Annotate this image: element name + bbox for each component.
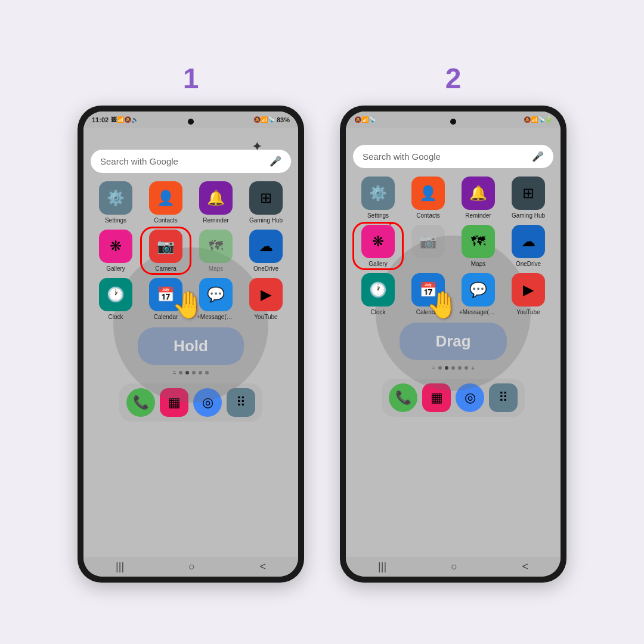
settings-icon: ⚙️ bbox=[99, 181, 132, 215]
app-contacts-2[interactable]: 👤 Contacts bbox=[405, 177, 451, 219]
gallery-icon: ❋ bbox=[99, 230, 132, 263]
app-youtube-1[interactable]: ▶ YouTube bbox=[243, 278, 289, 320]
phone-1-screen: 11:02 🖼📶🔕🔊 🔕📶📡 83% ✦ Search with Google … bbox=[83, 112, 298, 577]
screen-content-2: Search with Google 🎤 ⚙️ Settings 👤 bbox=[346, 128, 561, 557]
maps-label: Maps bbox=[209, 265, 223, 272]
nav-recent-2[interactable]: ||| bbox=[378, 561, 386, 573]
gaminghub-label: Gaming Hub bbox=[249, 217, 283, 224]
apps-row1-1: ⚙️ Settings 👤 Contacts 🔔 Reminder ⊞ bbox=[91, 181, 291, 224]
app-clock-1[interactable]: 🕐 Clock bbox=[93, 278, 138, 320]
dock-apps-2[interactable]: ⠿ bbox=[489, 383, 518, 412]
settings-label: Settings bbox=[105, 217, 126, 224]
phone-2: 🔕📶📡 🔕📶📡🔋 Search with Google 🎤 bbox=[340, 106, 566, 583]
app-maps-2[interactable]: 🗺 Maps bbox=[456, 225, 501, 267]
camera-label: Camera bbox=[155, 265, 177, 272]
clock-label: Clock bbox=[108, 314, 123, 320]
clock-icon-2: 🕐 bbox=[361, 273, 395, 306]
phone-1: 11:02 🖼📶🔕🔊 🔕📶📡 83% ✦ Search with Google … bbox=[78, 106, 304, 583]
app-camera-1[interactable]: 📷 Camera bbox=[143, 230, 188, 272]
message-label-2: +Message(SM... bbox=[459, 309, 497, 315]
app-settings-1[interactable]: ⚙️ Settings bbox=[93, 181, 138, 224]
screen-content-1: ✦ Search with Google 🎤 ✦ ⚙️ Sett bbox=[83, 128, 298, 557]
contacts-label: Contacts bbox=[154, 217, 177, 224]
mic-icon-2[interactable]: 🎤 bbox=[532, 151, 544, 162]
status-icons-1: 🔕📶📡 83% bbox=[253, 116, 290, 123]
sparkle-1: ✦ bbox=[252, 139, 262, 154]
nav-bar-1: ||| ○ < bbox=[83, 557, 298, 577]
hand-cursor-2: 🤚 bbox=[426, 289, 459, 320]
nav-home-1[interactable]: ○ bbox=[188, 561, 195, 573]
apps-row2-2: ← ❋ Gallery 📷 🗺 Maps bbox=[353, 225, 553, 267]
onedrive-icon-2: ☁ bbox=[512, 225, 545, 258]
onedrive-label: OneDrive bbox=[253, 265, 278, 272]
nav-back-2[interactable]: < bbox=[522, 561, 528, 573]
app-maps-1[interactable]: 🗺 Maps bbox=[193, 230, 239, 272]
status-time-1: 11:02 🖼📶🔕🔊 bbox=[92, 116, 138, 123]
app-message-2[interactable]: 💬 +Message(SM... bbox=[456, 273, 501, 315]
app-camera-ghost-2: 📷 bbox=[405, 225, 451, 267]
apps-row1-2: ⚙️ Settings 👤 Contacts 🔔 Reminder ⊞ bbox=[353, 177, 553, 219]
phone-2-screen: 🔕📶📡 🔕📶📡🔋 Search with Google 🎤 bbox=[346, 112, 561, 577]
reminder-icon-2: 🔔 bbox=[462, 177, 495, 210]
mic-icon-1[interactable]: 🎤 bbox=[270, 156, 281, 167]
app-reminder-2[interactable]: 🔔 Reminder bbox=[456, 177, 501, 219]
app-onedrive-1[interactable]: ☁ OneDrive bbox=[243, 230, 289, 272]
dock-phone-1[interactable]: 📞 bbox=[126, 388, 155, 417]
reminder-icon: 🔔 bbox=[199, 181, 233, 215]
step-2-container: 2 🔕📶📡 🔕📶📡🔋 Search with Google 🎤 bbox=[340, 62, 566, 583]
app-gaminghub-2[interactable]: ⊞ Gaming Hub bbox=[506, 177, 551, 219]
clock-label-2: Clock bbox=[370, 309, 385, 315]
camera-icon: 📷 bbox=[149, 230, 182, 263]
arrow-indicator: ← bbox=[386, 214, 401, 233]
gaminghub-icon: ⊞ bbox=[249, 181, 283, 215]
search-bar-2[interactable]: Search with Google 🎤 bbox=[353, 145, 553, 168]
status-time-2: 🔕📶📡 bbox=[354, 116, 376, 123]
apps-row2-1: ❋ Gallery 📷 Camera 🗺 Maps ☁ bbox=[91, 230, 291, 272]
camera-dot-1 bbox=[188, 119, 194, 125]
dock-phone-2[interactable]: 📞 bbox=[389, 383, 417, 412]
nav-back-1[interactable]: < bbox=[259, 561, 266, 573]
maps-icon-2: 🗺 bbox=[462, 225, 495, 258]
gallery-label-2: Gallery bbox=[369, 261, 388, 267]
clock-icon: 🕐 bbox=[99, 278, 132, 311]
step-2-number: 2 bbox=[445, 62, 462, 95]
app-contacts-1[interactable]: 👤 Contacts bbox=[143, 181, 188, 224]
reminder-label: Reminder bbox=[203, 217, 228, 224]
contacts-icon: 👤 bbox=[149, 181, 182, 215]
message-icon-2: 💬 bbox=[462, 273, 495, 306]
nav-recent-1[interactable]: ||| bbox=[116, 561, 124, 573]
app-youtube-2[interactable]: ▶ YouTube bbox=[506, 273, 551, 315]
step-1-number: 1 bbox=[183, 62, 199, 95]
camera-dot-2 bbox=[450, 119, 456, 125]
settings-icon-2: ⚙️ bbox=[361, 177, 395, 210]
gallery-label: Gallery bbox=[106, 265, 125, 272]
youtube-icon: ▶ bbox=[249, 278, 283, 311]
dock-apps-1[interactable]: ⠿ bbox=[227, 388, 255, 417]
gaminghub-label-2: Gaming Hub bbox=[512, 212, 545, 219]
gaminghub-icon-2: ⊞ bbox=[512, 177, 545, 210]
contacts-icon-2: 👤 bbox=[411, 177, 445, 210]
onedrive-label-2: OneDrive bbox=[516, 261, 541, 267]
app-reminder-1[interactable]: 🔔 Reminder bbox=[193, 181, 239, 224]
reminder-label-2: Reminder bbox=[465, 212, 491, 219]
onedrive-icon: ☁ bbox=[249, 230, 283, 263]
status-icons-2: 🔕📶📡🔋 bbox=[524, 116, 552, 123]
contacts-label-2: Contacts bbox=[416, 212, 439, 219]
hand-cursor-1: 🤚 bbox=[172, 289, 205, 320]
nav-bar-2: ||| ○ < bbox=[346, 557, 561, 577]
youtube-icon-2: ▶ bbox=[512, 273, 545, 306]
youtube-label: YouTube bbox=[254, 314, 277, 320]
maps-icon: 🗺 bbox=[199, 230, 233, 263]
app-onedrive-2[interactable]: ☁ OneDrive bbox=[506, 225, 551, 267]
app-gaminghub-1[interactable]: ⊞ Gaming Hub bbox=[243, 181, 289, 224]
search-text-1: Search with Google bbox=[100, 156, 178, 166]
nav-home-2[interactable]: ○ bbox=[451, 561, 457, 573]
maps-label-2: Maps bbox=[471, 261, 485, 267]
step-1-container: 1 11:02 🖼📶🔕🔊 🔕📶📡 83% ✦ bbox=[78, 62, 304, 583]
camera-ghost-icon-2: 📷 bbox=[411, 225, 445, 258]
youtube-label-2: YouTube bbox=[516, 309, 540, 315]
app-settings-2[interactable]: ⚙️ Settings bbox=[355, 177, 401, 219]
app-gallery-1[interactable]: ❋ Gallery bbox=[93, 230, 138, 272]
app-clock-2[interactable]: 🕐 Clock bbox=[355, 273, 401, 315]
search-text-2: Search with Google bbox=[363, 151, 441, 162]
